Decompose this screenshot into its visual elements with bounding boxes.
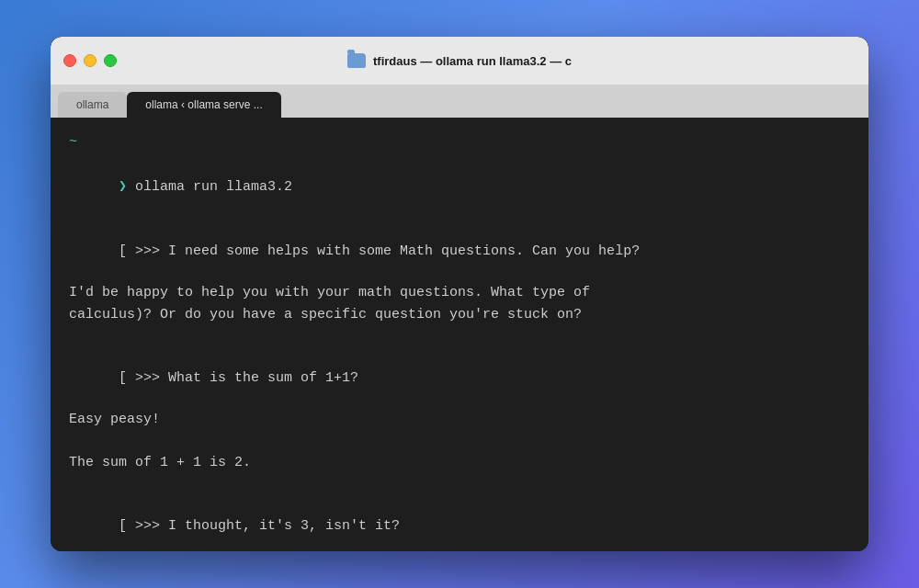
- terminal-window: tfirdaus — ollama run llama3.2 — c ollam…: [51, 37, 868, 551]
- tab-ollama-label: ollama: [76, 98, 108, 111]
- minimize-button[interactable]: [84, 54, 96, 67]
- user-input-3: I thought, it's 3, isn't it?: [168, 518, 400, 534]
- window-title: tfirdaus — ollama run llama3.2 — c: [373, 54, 572, 68]
- response-2-line-2: The sum of 1 + 1 is 2.: [69, 453, 850, 474]
- user-input-1: I need some helps with some Math questio…: [168, 243, 640, 259]
- folder-icon: [347, 53, 366, 68]
- traffic-lights: [63, 54, 117, 67]
- titlebar: tfirdaus — ollama run llama3.2 — c: [51, 37, 868, 85]
- command-line: ❯ ollama run llama3.2: [69, 157, 850, 220]
- empty-line-1: [69, 328, 850, 348]
- chevron-icon: ❯: [119, 179, 127, 195]
- response-1-line-2: calculus)? Or do you have a specific que…: [69, 305, 850, 326]
- close-button[interactable]: [63, 54, 76, 67]
- prompt-1: [ >>> I need some helps with some Math q…: [69, 220, 850, 283]
- prompt-3: [ >>> I thought, it's 3, isn't it?: [69, 495, 850, 551]
- terminal-content[interactable]: ~ ❯ ollama run llama3.2 [ >>> I need som…: [51, 118, 868, 551]
- tab-ollama-serve[interactable]: ollama ‹ ollama serve ...: [127, 92, 280, 118]
- title-area: tfirdaus — ollama run llama3.2 — c: [347, 53, 572, 68]
- command-text: ollama run llama3.2: [127, 179, 292, 195]
- response-1-line-1: I'd be happy to help you with your math …: [69, 283, 850, 304]
- tab-ollama-serve-label: ollama ‹ ollama serve ...: [145, 98, 262, 111]
- tabs-bar: ollama ollama ‹ ollama serve ...: [51, 85, 868, 118]
- prompt-2: [ >>> What is the sum of 1+1?: [69, 348, 850, 411]
- tab-ollama[interactable]: ollama: [58, 92, 127, 118]
- user-input-2: What is the sum of 1+1?: [168, 370, 358, 386]
- maximize-button[interactable]: [104, 54, 117, 67]
- response-2-line-1: Easy peasy!: [69, 410, 850, 431]
- tilde-line: ~: [69, 132, 850, 153]
- empty-line-2: [69, 433, 850, 453]
- empty-line-3: [69, 475, 850, 495]
